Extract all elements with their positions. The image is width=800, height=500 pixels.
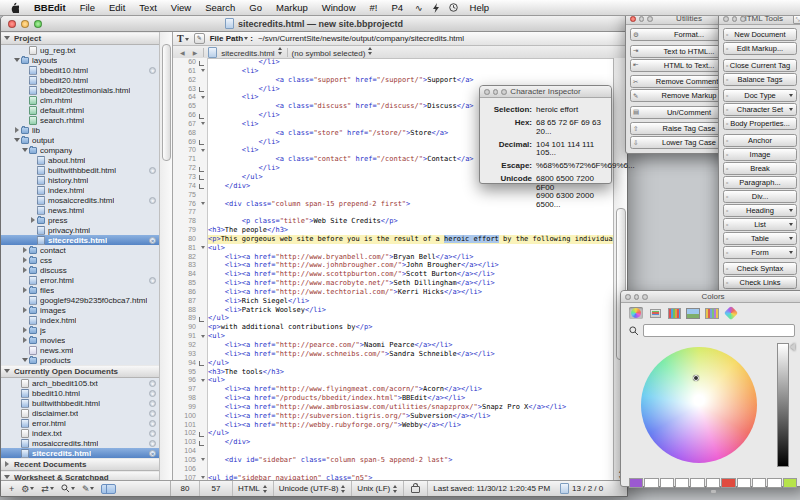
sidebar-item[interactable]: news.xml xyxy=(1,345,159,355)
sidebar-item[interactable]: press xyxy=(1,215,159,225)
sidebar-item[interactable]: builtwithbbedit.html× xyxy=(1,398,159,408)
fold-close-icon[interactable] xyxy=(199,61,204,66)
fold-close-icon[interactable] xyxy=(199,114,204,119)
fold-close-icon[interactable] xyxy=(199,184,204,189)
disclosure-triangle-icon[interactable] xyxy=(31,217,35,223)
lightning-menu-icon[interactable] xyxy=(428,3,444,13)
disclosure-triangle-icon[interactable] xyxy=(23,257,27,263)
check-links-button[interactable]: ▫Check Links xyxy=(723,276,797,289)
disclosure-triangle-icon[interactable] xyxy=(14,58,20,62)
close-badge-icon[interactable]: × xyxy=(149,390,156,397)
clock-menu-icon[interactable] xyxy=(444,3,463,12)
color-swatch[interactable] xyxy=(660,478,674,488)
add-icon[interactable]: + xyxy=(9,484,14,494)
sidebar-item[interactable]: about.html xyxy=(1,155,159,165)
sidebar-item[interactable]: privacy.html xyxy=(1,225,159,235)
project-section-header[interactable]: Project xyxy=(1,32,159,45)
code-line[interactable]: <li><a href="http://subversion.tigris.or… xyxy=(208,412,614,421)
fold-close-icon[interactable] xyxy=(199,167,204,172)
disclosure-triangle-icon[interactable] xyxy=(23,287,27,293)
sidebar-toggle-icon[interactable] xyxy=(101,484,116,494)
fold-open-icon[interactable] xyxy=(201,202,205,205)
sidebar-item[interactable]: error.html× xyxy=(1,275,159,285)
color-swatch[interactable] xyxy=(721,478,735,488)
code-line[interactable]: <a class="support" href="/support/">Supp… xyxy=(208,76,614,85)
code-line[interactable]: <li><a href="http://pearce.com/">Naomi P… xyxy=(208,341,614,350)
file-path-popup[interactable]: File Path : xyxy=(210,34,253,43)
window-titlebar[interactable]: sitecredits.html — new site.bbprojectd xyxy=(1,16,627,32)
palette-minimize-button[interactable] xyxy=(639,16,645,22)
scripts-menu-icon[interactable]: ∿ xyxy=(410,3,428,13)
fold-open-icon[interactable] xyxy=(201,122,205,125)
palette-close-button[interactable] xyxy=(630,16,636,22)
gear-icon[interactable]: ⚙ xyxy=(21,484,34,494)
sidebar-item[interactable]: company xyxy=(1,145,159,155)
code-line[interactable]: </ul> xyxy=(208,359,614,368)
palette-minimize-button[interactable] xyxy=(493,89,499,95)
list-button[interactable]: ▫List xyxy=(723,218,797,231)
close-badge-icon[interactable]: × xyxy=(149,410,156,417)
edit-markup-button[interactable]: ▫Edit Markup... xyxy=(723,42,797,55)
code-line[interactable]: <li><a href="http://www.ambrosiasw.com/u… xyxy=(208,403,614,412)
menu-markup[interactable]: Markup xyxy=(269,2,315,13)
sidebar-item[interactable]: images xyxy=(1,305,159,315)
palette-zoom-button[interactable] xyxy=(647,16,653,22)
lock-indicator[interactable] xyxy=(404,481,428,496)
crayons-icon[interactable] xyxy=(705,307,719,319)
close-badge-icon[interactable]: × xyxy=(149,237,156,244)
encoding-popup[interactable]: Unicode (UTF-8) xyxy=(274,481,353,496)
code-line[interactable]: <p>with additional contributions by</p> xyxy=(208,323,614,332)
close-badge-icon[interactable]: × xyxy=(149,420,156,427)
sidebar-item[interactable]: sitecredits.html× xyxy=(1,235,159,245)
sidebar-item[interactable]: sitecredits.html× xyxy=(1,448,159,458)
menu-text[interactable]: Text xyxy=(132,2,163,13)
sidebar-item[interactable]: index.txt× xyxy=(1,428,159,438)
brightness-slider-knob[interactable] xyxy=(790,343,795,351)
forward-button[interactable]: ▶ xyxy=(191,49,200,56)
text-options-icon[interactable]: T xyxy=(177,33,189,44)
palette-close-button[interactable] xyxy=(625,294,631,300)
code-line[interactable]: <li> xyxy=(208,67,614,76)
close-badge-icon[interactable]: × xyxy=(149,277,156,284)
color-swatch[interactable] xyxy=(675,478,689,488)
sidebar-item[interactable]: movies xyxy=(1,335,159,345)
code-line[interactable]: </ul> xyxy=(208,429,614,438)
color-wheel[interactable] xyxy=(641,347,757,463)
palette-zoom-button[interactable] xyxy=(501,89,507,95)
anchor-button[interactable]: ▫Anchor xyxy=(723,134,797,147)
menu-window[interactable]: Window xyxy=(315,2,363,13)
sidebar-item[interactable]: clm.rhtml xyxy=(1,95,159,105)
fold-open-icon[interactable] xyxy=(201,69,205,72)
fold-open-icon[interactable] xyxy=(201,476,205,479)
sidebar-item[interactable]: contact xyxy=(1,245,159,255)
menu-help[interactable]: Help xyxy=(463,0,497,15)
menu-file[interactable]: File xyxy=(73,2,102,13)
close-badge-icon[interactable]: × xyxy=(149,67,156,74)
edit-document-icon[interactable]: ✎ xyxy=(194,33,205,44)
sidebar-item[interactable]: mosaiccredits.html× xyxy=(1,438,159,448)
fold-close-icon[interactable] xyxy=(199,175,204,180)
counts-indicator[interactable]: 13 / 2 / 0 xyxy=(555,481,608,496)
fold-open-icon[interactable] xyxy=(201,96,205,99)
code-line[interactable]: <li><a href="http://webby.rubyforge.org/… xyxy=(208,421,614,430)
sidebar-item[interactable]: bbedit20testimonials.html xyxy=(1,85,159,95)
menu-p4[interactable]: P4 xyxy=(384,2,410,13)
check-syntax-button[interactable]: ▫Check Syntax xyxy=(723,262,797,275)
menu-bbedit[interactable]: BBEdit xyxy=(27,2,73,13)
disclosure-triangle-icon[interactable] xyxy=(23,267,27,273)
close-badge-icon[interactable]: × xyxy=(149,197,156,204)
history-arrows-icon[interactable]: ⇄ xyxy=(41,484,54,494)
code-line[interactable]: <li><a href="/products/bbedit/index.html… xyxy=(208,394,614,403)
color-wheel-marker[interactable] xyxy=(693,375,699,381)
document-popup[interactable]: sitecredits.html xyxy=(221,47,282,58)
sidebar-item[interactable]: discuss xyxy=(1,265,159,275)
form-button[interactable]: ▫Form xyxy=(723,246,797,259)
disclosure-triangle-icon[interactable] xyxy=(23,337,27,343)
table-button[interactable]: ▫Table xyxy=(723,232,797,245)
sidebar-item[interactable]: output xyxy=(1,135,159,145)
code-line[interactable]: <p>This gorgeous web site before you is … xyxy=(208,235,614,244)
swatch-drawer-handle[interactable] xyxy=(711,490,716,493)
language-popup[interactable]: HTML xyxy=(233,481,274,496)
paragraph-button[interactable]: ▫Paragraph... xyxy=(723,176,797,189)
sidebar-item[interactable]: bbedit10.html× xyxy=(1,65,159,75)
